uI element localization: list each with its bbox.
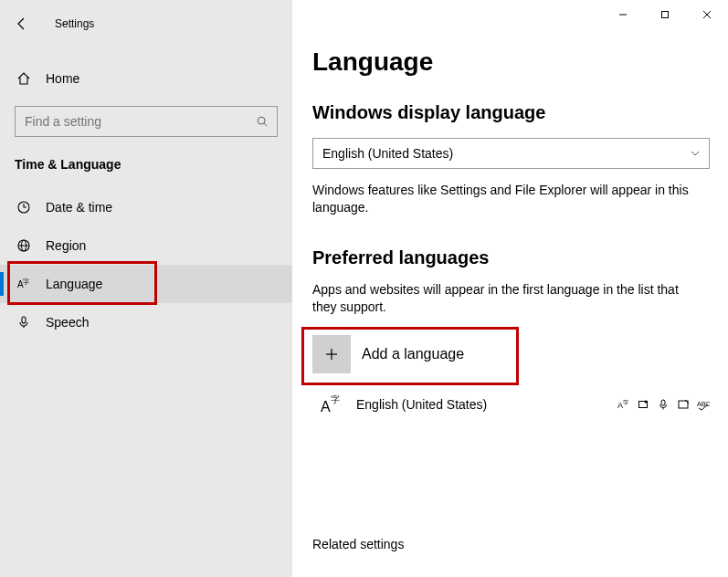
sidebar-section-header: Time & Language xyxy=(15,157,292,172)
sidebar-item-label: Date & time xyxy=(46,200,112,215)
sidebar-item-region[interactable]: Region xyxy=(0,226,292,265)
dropdown-value: English (United States) xyxy=(322,146,453,161)
home-icon xyxy=(16,71,31,86)
text-to-speech-icon xyxy=(637,398,649,411)
sidebar-item-label: Region xyxy=(46,238,86,253)
related-settings-heading: Related settings xyxy=(312,537,710,551)
svg-text:A: A xyxy=(321,399,331,414)
globe-icon xyxy=(16,238,31,253)
svg-text:字: 字 xyxy=(331,394,340,404)
svg-rect-10 xyxy=(662,12,669,18)
display-language-heading: Windows display language xyxy=(312,102,710,123)
svg-point-0 xyxy=(258,117,265,124)
svg-text:字: 字 xyxy=(623,399,628,405)
display-language-desc: Windows features like Settings and File … xyxy=(312,182,696,216)
spellcheck-icon: ABC xyxy=(697,398,710,411)
svg-point-20 xyxy=(645,400,648,403)
maximize-button[interactable] xyxy=(644,0,686,29)
back-button[interactable] xyxy=(15,16,33,31)
minimize-button[interactable] xyxy=(602,0,644,29)
svg-text:字: 字 xyxy=(23,278,29,285)
sidebar-item-label: Speech xyxy=(46,315,89,330)
language-name: English (United States) xyxy=(356,397,487,412)
display-lang-icon: A字 xyxy=(617,398,629,411)
chevron-down-icon xyxy=(691,149,700,158)
language-glyph-icon: A字 xyxy=(312,392,351,417)
svg-text:ABC: ABC xyxy=(697,401,710,407)
handwriting-icon xyxy=(677,398,690,411)
svg-line-1 xyxy=(264,123,267,126)
search-input[interactable] xyxy=(15,106,278,137)
home-label: Home xyxy=(46,71,79,86)
clock-icon xyxy=(16,200,31,215)
home-nav[interactable]: Home xyxy=(0,60,292,97)
language-feature-icons: A字 ABC xyxy=(617,398,710,411)
language-item[interactable]: A字 English (United States) A字 ABC xyxy=(312,385,710,424)
page-title: Language xyxy=(312,47,710,77)
svg-rect-21 xyxy=(661,400,665,405)
plus-icon xyxy=(312,335,351,373)
search-icon xyxy=(256,115,269,128)
speech-icon xyxy=(657,398,670,411)
close-button[interactable] xyxy=(686,0,728,29)
svg-rect-8 xyxy=(22,317,26,323)
preferred-languages-heading: Preferred languages xyxy=(312,247,710,268)
sidebar-item-language[interactable]: A字 Language xyxy=(0,265,292,303)
language-icon: A字 xyxy=(16,277,31,291)
sidebar-item-label: Language xyxy=(46,277,102,291)
preferred-languages-desc: Apps and websites will appear in the fir… xyxy=(312,281,696,316)
sidebar-item-speech[interactable]: Speech xyxy=(0,303,292,341)
add-language-label: Add a language xyxy=(362,346,464,362)
add-language-button[interactable]: Add a language xyxy=(312,329,513,380)
microphone-icon xyxy=(16,315,31,330)
display-language-dropdown[interactable]: English (United States) xyxy=(312,138,710,169)
sidebar-item-date-time[interactable]: Date & time xyxy=(0,188,292,226)
app-title: Settings xyxy=(55,17,94,30)
